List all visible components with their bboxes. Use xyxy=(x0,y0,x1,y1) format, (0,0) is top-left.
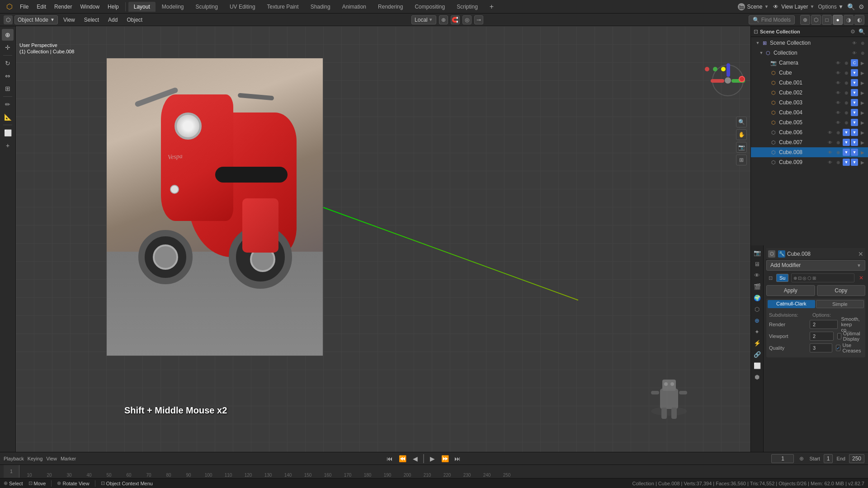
object-menu-item[interactable]: Object xyxy=(123,16,146,24)
expand-arrow-collection[interactable]: ▼ xyxy=(758,50,764,56)
tab-sculpting[interactable]: Sculpting xyxy=(190,2,223,12)
material-properties-icon[interactable]: ⬢ xyxy=(752,371,763,382)
object-properties-icon[interactable]: ⬡ xyxy=(752,304,763,314)
optimal-display-checkbox[interactable] xyxy=(837,333,841,339)
select-menu-item[interactable]: Select xyxy=(80,16,103,24)
file-menu[interactable]: File xyxy=(16,3,32,11)
cursor-icon-cam[interactable]: ⊕ xyxy=(843,59,850,66)
add-tool[interactable]: + xyxy=(2,140,14,151)
catmull-clark-button[interactable]: Catmull-Clark xyxy=(768,300,815,308)
view-layer-properties-icon[interactable]: 👁 xyxy=(752,270,763,281)
outliner-search-icon[interactable]: 🔍 xyxy=(858,28,865,35)
add-modifier-button[interactable]: Add Modifier ▼ xyxy=(766,260,865,271)
tab-shading[interactable]: Shading xyxy=(305,2,336,12)
shading-mode-wire[interactable]: □ xyxy=(822,15,832,25)
gizmo-x-axis[interactable] xyxy=(711,79,724,83)
end-value[interactable]: 250 xyxy=(849,454,864,463)
quality-field-value[interactable]: 3 xyxy=(810,343,832,352)
expand-arrow[interactable]: ▼ xyxy=(755,40,761,46)
search-icon[interactable]: 🔍 xyxy=(847,3,855,10)
prev-keyframe-button[interactable]: ⏪ xyxy=(398,454,407,463)
apply-button[interactable]: Apply xyxy=(766,285,815,296)
physics-properties-icon[interactable]: ⚡ xyxy=(752,338,763,348)
render-properties-icon[interactable]: 📷 xyxy=(752,247,763,258)
tab-compositing[interactable]: Compositing xyxy=(409,2,450,12)
delete-modifier-icon[interactable]: ✕ xyxy=(857,274,865,282)
go-to-start-button[interactable]: ⏮ xyxy=(385,454,394,463)
scale-tool[interactable]: ⇔ xyxy=(2,70,14,82)
tab-layout[interactable]: Layout xyxy=(128,2,156,12)
tab-scripting[interactable]: Scripting xyxy=(451,2,483,12)
view-menu-item[interactable]: View xyxy=(60,16,79,24)
timeline-view-label[interactable]: View xyxy=(46,456,57,461)
blender-logo[interactable]: ⬡ xyxy=(4,1,15,13)
outliner-item-camera[interactable]: ▶ 📷 Camera 👁 ⊕ C ▶ xyxy=(751,58,868,68)
cursor-tool[interactable]: ⊕ xyxy=(2,29,14,41)
gizmo-icon[interactable]: ⊕ xyxy=(800,15,810,25)
rotate-view-status[interactable]: ⊗ Rotate View xyxy=(57,480,89,486)
options-button[interactable]: Options ▼ xyxy=(818,4,844,10)
filter-icon[interactable]: ⚙ xyxy=(859,3,864,10)
eye-icon-cam[interactable]: 👁 xyxy=(835,59,842,66)
play-button[interactable]: ▶ xyxy=(428,454,437,463)
render-menu[interactable]: Render xyxy=(51,3,75,11)
close-properties-icon[interactable]: ✕ xyxy=(858,250,863,258)
transform-orientation[interactable]: Local ▼ xyxy=(411,15,436,24)
viewport-overlays-icon[interactable]: ⬡ xyxy=(811,15,821,25)
cursor-icon[interactable]: ⊕ xyxy=(859,39,866,47)
viewport-type-icon[interactable]: ⬡ xyxy=(4,15,13,24)
outliner-item-cube004[interactable]: ▶ ⬡ Cube.004 👁 ⊕ ▼ ▶ xyxy=(751,108,868,117)
outliner-item-cube005[interactable]: ▶ ⬡ Cube.005 👁 ⊕ ▼ ▶ xyxy=(751,117,868,127)
timeline-ruler[interactable]: 1 10 20 30 40 50 60 70 80 90 100 110 120… xyxy=(0,465,868,478)
transform-tool[interactable]: ⊞ xyxy=(2,83,14,94)
world-properties-icon[interactable]: 🌍 xyxy=(752,292,763,303)
marker-label[interactable]: Marker xyxy=(61,456,76,461)
pan-icon[interactable]: ✋ xyxy=(736,129,747,140)
use-creases-checkbox[interactable]: ✓ xyxy=(836,345,840,351)
outliner-item-cube007[interactable]: ▶ ⬡ Cube.007 👁 ⊕ ▼ ▼ ▶ xyxy=(751,137,868,147)
add-cube-tool[interactable]: ⬜ xyxy=(2,127,14,139)
data-properties-icon[interactable]: ⬜ xyxy=(752,360,763,371)
cursor-icon-2[interactable]: ⊕ xyxy=(859,49,866,56)
cursor-icon-cube[interactable]: ⊕ xyxy=(843,69,850,76)
modifier-properties-icon active-blue[interactable]: ⊕ xyxy=(752,315,763,326)
scene-properties-icon[interactable]: 🎬 xyxy=(752,281,763,292)
shading-mode-solid[interactable]: ● xyxy=(833,15,843,25)
playback-label[interactable]: Playback xyxy=(4,456,24,461)
edit-menu[interactable]: Edit xyxy=(33,3,50,11)
current-frame-input[interactable] xyxy=(771,454,794,463)
constraints-properties-icon[interactable]: 🔗 xyxy=(752,349,763,360)
tab-rendering[interactable]: Rendering xyxy=(373,2,408,12)
eye-icon-2[interactable]: 👁 xyxy=(851,49,858,56)
shading-mode-render[interactable]: ◐ xyxy=(854,15,864,25)
next-keyframe-button[interactable]: ⏩ xyxy=(440,454,449,463)
transform-pivot-icon[interactable]: ⊕ xyxy=(439,15,448,24)
outliner-item-cube001[interactable]: ▶ ⬡ Cube.001 👁 ⊕ ▼ ▶ xyxy=(751,78,868,88)
graph-icon[interactable]: ⊸ xyxy=(474,15,483,24)
snap-icon[interactable]: 🧲 xyxy=(451,15,460,24)
camera-icon[interactable]: 📷 xyxy=(736,142,747,153)
outliner-item-scene-collection[interactable]: ▼ ⊞ Scene Collection 👁 ⊕ xyxy=(751,38,868,48)
move-tool[interactable]: ✛ xyxy=(2,42,14,53)
help-menu[interactable]: Help xyxy=(104,3,123,11)
eye-icon[interactable]: 👁 xyxy=(851,39,858,47)
context-menu-status[interactable]: ⊡ Object Context Menu xyxy=(101,480,153,486)
outliner-item-cube009[interactable]: ▶ ⬡ Cube.009 👁 ⊕ ▼ ▼ ▶ xyxy=(751,157,868,167)
viewport-3d[interactable]: Vespa xyxy=(16,26,750,452)
outliner-item-cube002[interactable]: ▶ ⬡ Cube.002 👁 ⊕ ▼ ▶ xyxy=(751,88,868,98)
copy-button[interactable]: Copy xyxy=(817,285,866,296)
outliner-item-cube008[interactable]: ▶ ⬡ Cube.008 👁 ⊕ ▼ ▼ ▶ xyxy=(751,147,868,157)
add-menu-item[interactable]: Add xyxy=(104,16,121,24)
play-reverse-button[interactable]: ◀ xyxy=(410,454,420,463)
outliner-filter-icon[interactable]: ⚙ xyxy=(849,28,856,35)
frame-jump-icon[interactable]: ⊕ xyxy=(797,455,806,463)
tab-uv-editing[interactable]: UV Editing xyxy=(224,2,261,12)
outliner-item-cube003[interactable]: ▶ ⬡ Cube.003 👁 ⊕ ▼ ▶ xyxy=(751,98,868,108)
tab-texture-paint[interactable]: Texture Paint xyxy=(262,2,304,12)
gizmo-z-axis[interactable] xyxy=(726,63,730,77)
viewport-field-value[interactable]: 2 xyxy=(810,332,834,341)
tab-modeling[interactable]: Modeling xyxy=(156,2,189,12)
proportional-edit-icon[interactable]: ◎ xyxy=(462,15,472,24)
filter-real-icon[interactable]: ⊡ xyxy=(766,274,774,282)
select-status[interactable]: ⊕ Select xyxy=(4,480,23,486)
